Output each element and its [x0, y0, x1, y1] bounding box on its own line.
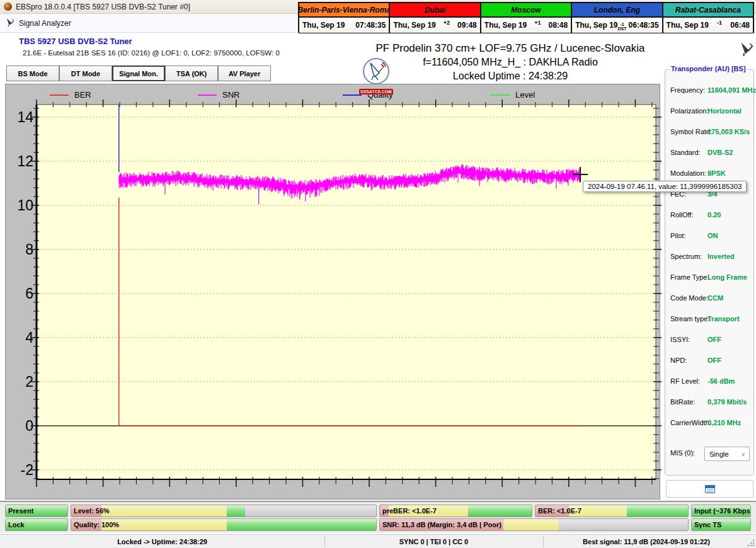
tab-tsa-ok-[interactable]: TSA (OK): [165, 66, 218, 81]
legend-label: Level: [515, 90, 535, 100]
world-clock-panel: Berlin-Paris-Vienna-RomaDubaiMoscowLondo…: [298, 2, 754, 33]
tuner-details: 21.6E - Eutelsat 21B SES 16 (ID: 0216) @…: [23, 49, 280, 57]
tab-bs-mode[interactable]: BS Mode: [6, 66, 59, 81]
clock-value-cell: Thu, Sep 19-106:48: [663, 17, 753, 33]
header-line-3: Locked Uptime : 24:38:29: [353, 69, 668, 83]
clock-city-header: Dubai: [389, 3, 480, 17]
legend-swatch: [50, 94, 69, 96]
transport-list-icon: [705, 485, 715, 493]
mis-dropdown[interactable]: Single ∨: [704, 447, 750, 461]
mis-row: MIS (0): Single ∨: [665, 447, 755, 462]
y-tick-label: 0: [6, 418, 33, 434]
status-bar-label: SNR: 11,3 dB (Margin: 3,4 dB | Poor): [382, 519, 501, 530]
clock-time: 09:48: [457, 21, 477, 30]
transponder-row-label: ISSYI:: [670, 336, 690, 343]
header-line-1: PF Prodelin 370 cm+ LOF=9.75 GHz / Lucen…: [353, 42, 668, 55]
clock-date: Thu, Sep 19: [667, 21, 709, 30]
transponder-row-value: OFF: [707, 336, 721, 343]
clock-utc-offset: -1: [709, 20, 730, 26]
bar-zone-green: [627, 505, 688, 517]
transponder-row: RollOff:0.20: [665, 208, 755, 221]
transponder-row: RF Level:-56 dBm: [665, 375, 755, 387]
tab-dt-mode[interactable]: DT Mode: [59, 66, 112, 81]
transponder-row-value: 0.20: [707, 211, 721, 219]
signal-chart-panel: BERSNRQualityLevel -202468101214: [5, 84, 660, 499]
dxsatcs-logo: DXSATCS.COM: [357, 58, 396, 91]
transponder-row: Modulation:8PSK: [665, 167, 755, 180]
status-bar-preber: preBER: <1.0E-7: [379, 505, 532, 517]
transponder-row-label: Stream type:: [670, 315, 709, 323]
clock-value-cell: Thu, Sep 19+209:48: [389, 17, 480, 33]
resize-grip[interactable]: [747, 539, 755, 548]
legend-item-ber: BER: [50, 90, 91, 100]
clock-date: Thu, Sep 19: [302, 21, 345, 30]
tab-signal-mon-[interactable]: Signal Mon.: [112, 66, 165, 81]
transponder-row-value: 0,379 Mbit/s: [707, 398, 747, 406]
transponder-row-value: CCM: [707, 294, 723, 302]
bar-zone-yellow: [503, 519, 559, 530]
app-icon: [4, 3, 12, 11]
y-tick-label: 4: [6, 329, 33, 346]
transport-info-button[interactable]: [666, 480, 753, 498]
clock-utc-offset: -1DST: [618, 22, 627, 31]
signal-plot[interactable]: [37, 105, 656, 479]
status-bar-label: preBER: <1.0E-7: [382, 505, 437, 517]
transponder-row-value: 8PSK: [707, 169, 726, 177]
header-line-2: f=11604,050 MHz_H_ : DAKHLA Radio: [353, 55, 668, 69]
transponder-row-label: RollOff:: [670, 211, 693, 219]
statusbar-uptime: Locked -> Uptime: 24:38:29: [0, 535, 324, 548]
y-tick-label: 2: [6, 374, 33, 390]
transponder-row-label: Frequency:: [670, 86, 705, 94]
transponder-row: Standard:DVB-S2: [665, 146, 755, 159]
chevron-down-icon: ∨: [741, 451, 745, 457]
clock-time: 08:48: [548, 21, 568, 30]
y-tick-label: 12: [6, 153, 33, 169]
menu-item-signal-analyzer[interactable]: Signal Analyzer: [19, 19, 71, 28]
window-title: EBSpro 18.0.0.4 [TBS 5927 USB DVB-S2 Tun…: [16, 3, 190, 11]
clock-date: Thu, Sep 19: [575, 21, 617, 30]
dxsatcs-logo-icon: [363, 58, 389, 84]
status-bar-label: BER: <1.0E-7: [538, 505, 581, 517]
chart-tooltip: 2024-09-19 07.46.11, value: 11,399999618…: [583, 181, 747, 192]
clock-utc-offset: +2: [436, 20, 457, 26]
clock-city-header: Moscow: [481, 3, 571, 17]
mis-dropdown-value: Single: [709, 450, 729, 458]
status-bar-label: Sync TS: [694, 519, 721, 530]
bar-zone-green: [468, 505, 532, 517]
transponder-row: Frequency:11604,091 MHz: [665, 84, 755, 96]
transponder-row-value: OFF: [707, 357, 721, 364]
y-tick-label: 8: [6, 241, 33, 258]
clock-value-cell: Thu, Sep 1907:48:35: [299, 17, 389, 33]
transponder-row-value: 0,210 MHz: [707, 419, 741, 426]
status-bars-area: PresentLevel: 56%preBER: <1.0E-7BER: <1.…: [0, 501, 756, 533]
status-bar-label: Present: [8, 505, 33, 517]
clock-date: Thu, Sep 19: [484, 21, 527, 30]
site-header: PF Prodelin 370 cm+ LOF=9.75 GHz / Lucen…: [353, 42, 668, 83]
status-bar-level: Level: 56%: [71, 505, 377, 517]
clock-city-header: Rabat-Casablanca: [663, 3, 753, 17]
transponder-row: BitRate:0,379 Mbit/s: [665, 396, 755, 408]
tab-av-player[interactable]: AV Player: [218, 66, 271, 81]
transponder-row: Code Mode:CCM: [665, 292, 755, 304]
transponder-row-label: Standard:: [670, 149, 701, 156]
transponder-row-label: NPD:: [670, 357, 687, 364]
transponder-row-value: Inverted: [707, 253, 735, 260]
transponder-row: Frame Type:Long Frame: [665, 271, 755, 283]
transponder-row: ISSYI:OFF: [665, 333, 755, 346]
transponder-row: NPD:OFF: [665, 354, 755, 367]
transponder-row-value: ON: [707, 232, 718, 239]
bar-zone-green: [227, 505, 245, 517]
transponder-row: Symbol Rate:175,003 KS/s: [665, 125, 755, 138]
legend-swatch: [491, 94, 510, 96]
transponder-panel: Transponder (AU) [BS] Frequency:11604,09…: [665, 69, 754, 476]
statusbar: Locked -> Uptime: 24:38:29 SYNC 0 | TEI …: [0, 534, 756, 548]
transponder-row-value: Transport: [707, 315, 740, 323]
status-bar-lock: Lock: [5, 518, 68, 531]
legend-label: SNR: [222, 90, 239, 100]
clock-time: 07:48:35: [355, 21, 386, 30]
dxsatcs-logo-text: DXSATCS.COM: [359, 89, 393, 94]
status-bar-snr: SNR: 11,3 dB (Margin: 3,4 dB | Poor): [379, 518, 689, 531]
statusbar-best-signal: Best signal: 11,9 dB (2024-09-19 01:22): [543, 535, 750, 548]
transponder-row-label: Frame Type:: [670, 273, 709, 281]
legend-item-snr: SNR: [198, 90, 239, 100]
